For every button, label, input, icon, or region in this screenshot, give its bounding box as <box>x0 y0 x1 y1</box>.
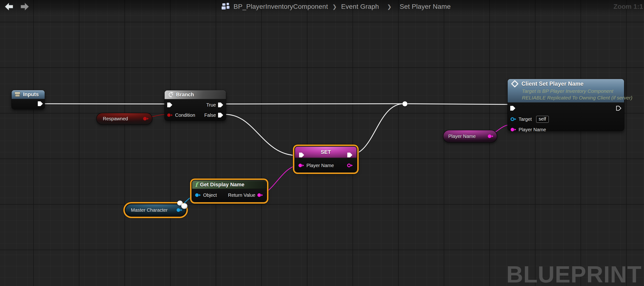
zoom-indicator: Zoom 1:1 <box>614 3 643 10</box>
bool-output-pin[interactable] <box>143 117 149 121</box>
wire-exec-false-to-set <box>225 114 298 155</box>
function-icon: f <box>195 182 198 188</box>
breadcrumb-item-blueprint-name[interactable]: BP_PlayerInventoryComponent <box>234 3 328 10</box>
exec-output-pin[interactable] <box>38 101 43 106</box>
pin-label-target: Target <box>518 117 532 122</box>
chevron-separator-icon: ❯ <box>332 3 337 10</box>
string-output-pin-unconnected[interactable] <box>347 163 353 168</box>
pin-label-false: False <box>204 112 216 118</box>
breadcrumb-item-set-player-name[interactable]: Set Player Name <box>400 3 451 10</box>
target-self-field[interactable]: self <box>536 116 549 123</box>
exec-input-pin[interactable] <box>510 106 516 111</box>
breadcrumb: BP_PlayerInventoryComponent ❯ Event Grap… <box>222 0 451 13</box>
variable-node-player-name[interactable]: Player Name <box>443 130 497 143</box>
pin-label-player-name: Player Name <box>518 127 546 132</box>
event-diamond-icon <box>511 80 518 88</box>
exec-output-pin-false[interactable] <box>218 112 224 118</box>
node-set-player-name[interactable]: SET Player Name <box>295 146 357 172</box>
pin-label-true: True <box>206 102 216 108</box>
back-arrow-icon <box>4 2 14 11</box>
exec-input-pin[interactable] <box>299 152 304 158</box>
variable-node-master-character[interactable]: Master Character <box>125 204 186 216</box>
node-get-display-name[interactable]: f Get Display Name Object Return Value <box>192 180 266 202</box>
chevron-separator-icon: ❯ <box>387 3 392 10</box>
wire-exec-true-to-client <box>225 104 511 104</box>
object-output-pin[interactable] <box>176 208 183 212</box>
pin-label-player-name: Player Name <box>306 163 334 168</box>
node-title: SET <box>321 149 331 155</box>
wire-exec-inputs-to-branch <box>41 104 168 104</box>
node-title: Client Set Player Name <box>522 80 584 87</box>
string-output-pin[interactable] <box>488 134 494 138</box>
string-output-pin[interactable] <box>257 193 264 197</box>
pin-label-condition: Condition <box>175 112 195 118</box>
string-input-pin-player-name[interactable] <box>510 127 517 132</box>
pin-label-object: Object <box>203 193 217 198</box>
bool-input-pin-condition[interactable] <box>167 113 173 117</box>
object-input-pin-target[interactable] <box>510 117 517 121</box>
reroute-node[interactable] <box>402 101 408 106</box>
branch-icon <box>168 92 174 98</box>
exec-output-pin[interactable] <box>347 152 353 158</box>
node-branch[interactable]: Branch True Condition False <box>164 90 226 121</box>
back-button[interactable] <box>4 2 14 11</box>
wire-exec-set-to-reroute <box>349 104 404 155</box>
object-input-pin[interactable] <box>195 193 201 197</box>
variable-label: Master Character <box>131 207 168 213</box>
node-subtitle-target: Target is BP Player Inventory Component <box>522 88 613 94</box>
breadcrumb-item-event-graph[interactable]: Event Graph <box>341 3 379 10</box>
string-input-pin[interactable] <box>298 163 304 168</box>
mouse-cursor <box>181 203 188 209</box>
forward-button[interactable] <box>20 2 30 11</box>
pin-label-return-value: Return Value <box>228 193 255 198</box>
nav-history-buttons <box>4 2 30 11</box>
node-title: Inputs <box>23 91 39 98</box>
blueprint-class-icon <box>222 2 230 11</box>
variable-node-respawned[interactable]: Respawned <box>96 113 152 125</box>
node-client-set-player-name[interactable]: Client Set Player Name Target is BP Play… <box>508 79 624 131</box>
variable-label: Player Name <box>448 134 476 139</box>
exec-input-pin[interactable] <box>167 102 173 107</box>
node-inputs[interactable]: Inputs <box>12 90 45 109</box>
wire-layer <box>0 0 644 286</box>
node-title: Branch <box>176 92 194 98</box>
node-subtitle-reliable: RELIABLE Replicated To Owning Client (if… <box>522 95 632 101</box>
bin-icon <box>14 92 21 97</box>
exec-output-pin-true[interactable] <box>218 102 224 107</box>
blueprint-graph-canvas[interactable]: BP_PlayerInventoryComponent ❯ Event Grap… <box>0 0 644 286</box>
forward-arrow-icon <box>20 2 30 11</box>
exec-output-pin-unconnected[interactable] <box>616 106 622 111</box>
variable-label: Respawned <box>103 116 128 122</box>
node-title: Get Display Name <box>200 182 244 188</box>
